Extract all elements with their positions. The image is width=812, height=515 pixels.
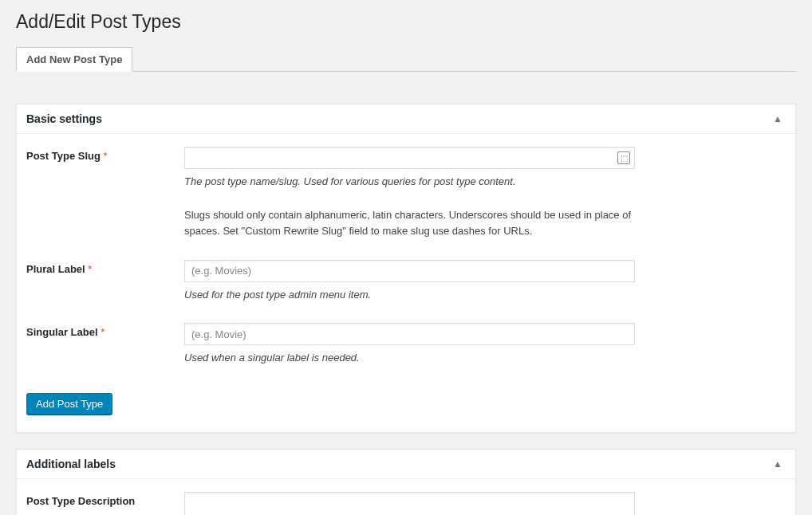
label-plural-label: Plural Label *: [26, 260, 184, 275]
page-title: Add/Edit Post Types: [16, 11, 796, 33]
panel-additional-header: Additional labels ▲: [17, 450, 795, 479]
hint-post-type-slug: The post type name/slug. Used for variou…: [184, 174, 647, 190]
collapse-toggle-icon[interactable]: ▲: [770, 458, 786, 470]
label-singular-label: Singular Label *: [26, 323, 184, 338]
label-post-type-description: Post Type Description: [26, 492, 184, 507]
panel-additional-title: Additional labels: [26, 458, 116, 470]
label-post-type-slug: Post Type Slug *: [26, 147, 184, 162]
collapse-toggle-icon[interactable]: ▲: [770, 113, 786, 124]
required-marker: *: [104, 150, 108, 162]
panel-basic-header: Basic settings ▲: [17, 104, 795, 134]
row-plural-label: Plural Label * Used for the post type ad…: [26, 260, 786, 303]
add-post-type-button[interactable]: Add Post Type: [26, 393, 112, 415]
panel-basic-settings: Basic settings ▲ Post Type Slug * ⬚ The …: [16, 104, 796, 433]
input-plural-label[interactable]: [184, 260, 635, 282]
row-post-type-slug: Post Type Slug * ⬚ The post type name/sl…: [26, 147, 786, 239]
row-post-type-description: Post Type Description Perhaps describe w…: [26, 492, 786, 515]
panel-basic-title: Basic settings: [26, 112, 102, 125]
required-marker: *: [101, 326, 104, 338]
panel-additional-body: Post Type Description Perhaps describe w…: [17, 479, 795, 515]
row-singular-label: Singular Label * Used when a singular la…: [26, 323, 786, 366]
textarea-post-type-description[interactable]: [184, 492, 635, 515]
panel-additional-labels: Additional labels ▲ Post Type Descriptio…: [16, 449, 796, 515]
tab-bar: Add New Post Type: [16, 47, 796, 72]
hint-plural-label: Used for the post type admin menu item.: [184, 287, 647, 303]
note-post-type-slug: Slugs should only contain alphanumeric, …: [184, 207, 647, 239]
panel-basic-body: Post Type Slug * ⬚ The post type name/sl…: [17, 134, 795, 432]
required-marker: *: [88, 263, 92, 275]
input-singular-label[interactable]: [184, 323, 635, 345]
hint-singular-label: Used when a singular label is needed.: [184, 350, 647, 366]
tab-add-new-post-type[interactable]: Add New Post Type: [16, 47, 132, 72]
input-post-type-slug[interactable]: [184, 147, 635, 169]
